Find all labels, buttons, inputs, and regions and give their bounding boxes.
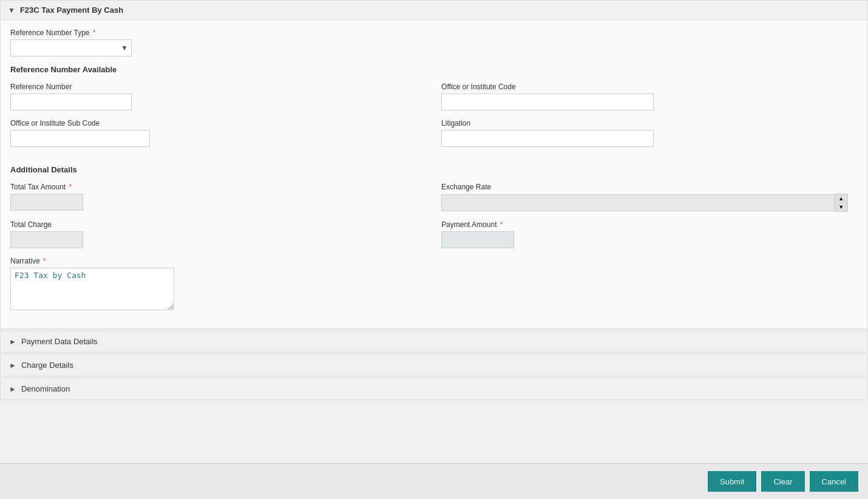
- charge-details-section: ► Charge Details: [0, 354, 868, 376]
- exchange-rate-spinners: ▲ ▼: [835, 194, 848, 212]
- office-institute-sub-code-label: Office or Institute Sub Code: [10, 119, 417, 127]
- payment-amount-input[interactable]: [441, 231, 514, 248]
- main-section-header[interactable]: ▼ F23C Tax Payment By Cash: [1, 1, 867, 20]
- total-tax-amount-group: Total Tax Amount *: [10, 183, 417, 211]
- office-institute-code-input[interactable]: [441, 93, 654, 110]
- litigation-col-right: Litigation: [441, 119, 848, 147]
- total-charge-input[interactable]: [10, 231, 83, 248]
- reference-number-type-group: Reference Number Type * ▼: [10, 29, 132, 56]
- office-institute-sub-code-group: Office or Institute Sub Code: [10, 119, 417, 147]
- additional-details-label: Additional Details: [10, 165, 858, 174]
- reference-number-type-label: Reference Number Type *: [10, 29, 132, 37]
- required-marker-narrative: *: [41, 257, 46, 265]
- litigation-group: Litigation: [441, 119, 848, 147]
- sub-code-col-left: Office or Institute Sub Code: [10, 119, 417, 147]
- office-institute-code-col-right: Office or Institute Code: [441, 83, 848, 110]
- narrative-textarea[interactable]: F23 Tax by Cash: [10, 268, 174, 310]
- ref-number-row: Reference Number Office or Institute Cod…: [10, 83, 858, 110]
- required-marker-tax: *: [67, 183, 72, 191]
- clear-button[interactable]: Clear: [761, 471, 804, 492]
- charge-payment-row: Total Charge Payment Amount *: [10, 220, 858, 248]
- exchange-rate-label: Exchange Rate: [441, 183, 848, 191]
- required-marker: *: [91, 29, 96, 37]
- exchange-rate-col: Exchange Rate ▲ ▼: [441, 183, 848, 212]
- exchange-rate-down-button[interactable]: ▼: [835, 203, 847, 211]
- denomination-title: Denomination: [21, 384, 70, 393]
- office-institute-code-label: Office or Institute Code: [441, 83, 848, 91]
- reference-number-group: Reference Number: [10, 83, 417, 110]
- required-marker-payment: *: [498, 220, 503, 229]
- reference-number-type-select-wrapper: ▼: [10, 39, 132, 56]
- denomination-header[interactable]: ► Denomination: [1, 378, 867, 399]
- office-institute-sub-code-input[interactable]: [10, 130, 150, 147]
- total-tax-col: Total Tax Amount *: [10, 183, 417, 212]
- payment-amount-label: Payment Amount *: [441, 220, 848, 229]
- reference-number-input[interactable]: [10, 93, 132, 110]
- main-section: ▼ F23C Tax Payment By Cash Reference Num…: [0, 0, 868, 329]
- total-tax-amount-input[interactable]: [10, 194, 83, 211]
- sub-code-row: Office or Institute Sub Code Litigation: [10, 119, 858, 147]
- submit-button[interactable]: Submit: [708, 471, 756, 492]
- total-tax-amount-label: Total Tax Amount *: [10, 183, 417, 191]
- litigation-label: Litigation: [441, 119, 848, 127]
- collapse-arrow-icon: ▼: [8, 6, 15, 15]
- litigation-input[interactable]: [441, 130, 654, 147]
- exchange-rate-wrapper: ▲ ▼: [441, 194, 848, 212]
- exchange-rate-group: Exchange Rate ▲ ▼: [441, 183, 848, 212]
- payment-data-header[interactable]: ► Payment Data Details: [1, 331, 867, 352]
- expand-arrow-icon-charge: ►: [9, 361, 16, 370]
- payment-amount-group: Payment Amount *: [441, 220, 848, 248]
- office-institute-code-group: Office or Institute Code: [441, 83, 848, 110]
- expand-arrow-icon-payment: ►: [9, 338, 16, 346]
- footer: Submit Clear Cancel: [0, 463, 868, 499]
- reference-number-label: Reference Number: [10, 83, 417, 91]
- denomination-section: ► Denomination: [0, 378, 868, 400]
- payment-amount-col: Payment Amount *: [441, 220, 848, 248]
- expand-arrow-icon-denomination: ►: [9, 385, 16, 393]
- main-section-title: F23C Tax Payment By Cash: [20, 5, 123, 15]
- total-charge-label: Total Charge: [10, 220, 417, 229]
- cancel-button[interactable]: Cancel: [810, 471, 858, 492]
- tax-exchange-row: Total Tax Amount * Exchange Rate ▲ ▼: [10, 183, 858, 212]
- total-charge-col: Total Charge: [10, 220, 417, 248]
- exchange-rate-input[interactable]: [441, 194, 835, 211]
- reference-number-type-select[interactable]: [10, 39, 132, 56]
- payment-data-title: Payment Data Details: [21, 337, 98, 346]
- reference-number-type-row: Reference Number Type * ▼: [10, 29, 858, 56]
- charge-details-header[interactable]: ► Charge Details: [1, 355, 867, 376]
- narrative-group: Narrative * F23 Tax by Cash: [10, 257, 858, 310]
- total-charge-group: Total Charge: [10, 220, 417, 248]
- exchange-rate-up-button[interactable]: ▲: [835, 194, 847, 203]
- reference-number-available-label: Reference Number Available: [10, 65, 858, 74]
- payment-data-section: ► Payment Data Details: [0, 330, 868, 353]
- narrative-label: Narrative *: [10, 257, 858, 265]
- charge-details-title: Charge Details: [21, 361, 73, 370]
- main-section-body: Reference Number Type * ▼ Reference Numb…: [1, 20, 867, 328]
- ref-number-col-left: Reference Number: [10, 83, 417, 110]
